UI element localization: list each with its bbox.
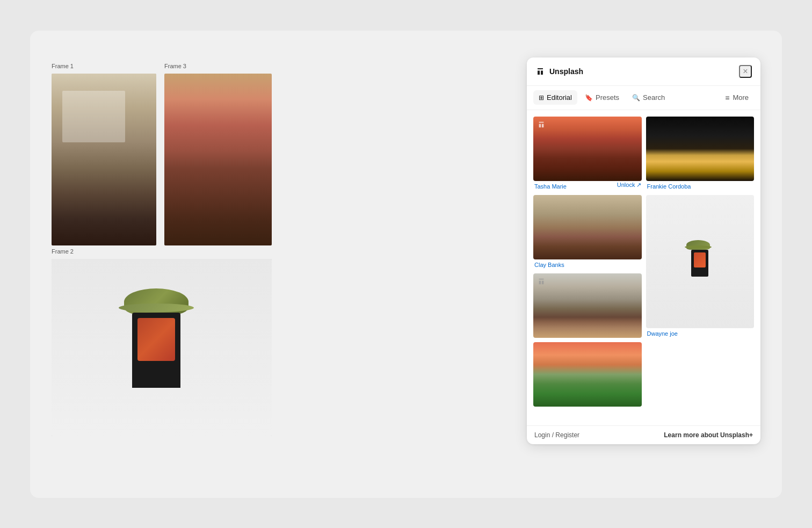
- svg-rect-5: [542, 124, 544, 127]
- frame1-label: Frame 1: [52, 63, 74, 69]
- mini-hat: [686, 240, 710, 250]
- panel-nav: ⊞ Editorial 🔖 Presets 🔍 Search ≡ More: [527, 86, 760, 110]
- frame3-photo: [164, 74, 272, 245]
- footer-learn: Learn more about Unsplash+: [664, 431, 753, 439]
- photo-card-6[interactable]: [533, 342, 642, 407]
- photo-thumb-3[interactable]: [533, 195, 642, 259]
- app-title: Unsplash: [549, 67, 583, 76]
- bookmark-icon: 🔖: [585, 94, 593, 102]
- photo-card-1[interactable]: Tasha Marie Unlock ↗: [533, 117, 642, 191]
- frame2[interactable]: [52, 259, 272, 436]
- thumb-indoor-room: [533, 195, 642, 259]
- search-label: Search: [643, 93, 665, 102]
- close-button[interactable]: ×: [739, 65, 752, 78]
- panel-title: Unsplash: [535, 67, 583, 76]
- body-torso: [132, 313, 180, 388]
- caption-row-1: Tasha Marie Unlock ↗: [533, 181, 642, 190]
- unsplash-logo-icon: [535, 67, 545, 76]
- unsplash-watermark-5: [538, 278, 545, 287]
- photo-thumb-2[interactable]: [646, 117, 755, 181]
- svg-rect-1: [538, 70, 540, 75]
- panel-footer: Login / Register Learn more about Unspla…: [527, 425, 760, 444]
- svg-rect-8: [542, 280, 544, 284]
- brand-label[interactable]: Unsplash+: [720, 431, 753, 439]
- person-silhouette: [124, 288, 199, 407]
- svg-rect-7: [539, 280, 541, 284]
- author-3[interactable]: Clay Banks: [533, 262, 566, 268]
- author-4[interactable]: Dwayne joe: [646, 330, 679, 337]
- thumb-dark-interior: [646, 117, 755, 181]
- more-label: More: [733, 93, 749, 102]
- svg-rect-0: [538, 68, 543, 69]
- search-icon: 🔍: [632, 94, 640, 102]
- editorial-label: Editorial: [547, 93, 572, 102]
- svg-rect-4: [539, 124, 541, 127]
- photo-grid: Tasha Marie Unlock ↗ Frankie Cordoba: [533, 117, 754, 407]
- thumb-mountain-sunset: [533, 117, 642, 181]
- photo-card-2[interactable]: Frankie Cordoba: [646, 117, 755, 191]
- unsplash-panel: Unsplash × ⊞ Editorial 🔖 Presets 🔍 Searc…: [527, 57, 760, 444]
- nav-search[interactable]: 🔍 Search: [627, 90, 670, 105]
- panel-header: Unsplash ×: [527, 57, 760, 86]
- frame2-photo: [52, 259, 272, 436]
- svg-rect-6: [539, 278, 544, 279]
- svg-rect-3: [539, 121, 544, 122]
- frame1-photo: [52, 74, 156, 245]
- photo-card-4[interactable]: Dwayne joe: [646, 195, 755, 338]
- thumb-mountain-rocks: [533, 273, 642, 338]
- mini-body: [691, 250, 708, 277]
- photo-card-3[interactable]: Clay Banks: [533, 195, 642, 269]
- login-register-link[interactable]: Login / Register: [534, 431, 579, 439]
- presets-label: Presets: [596, 93, 619, 102]
- unsplash-watermark-1: [538, 121, 545, 131]
- frame2-label: Frame 2: [52, 248, 74, 255]
- photo-thumb-4[interactable]: [646, 195, 755, 328]
- frame1[interactable]: [52, 74, 156, 245]
- author-2[interactable]: Frankie Cordoba: [646, 183, 692, 190]
- nav-editorial[interactable]: ⊞ Editorial: [533, 90, 577, 105]
- photo-card-5[interactable]: [533, 273, 642, 338]
- mini-person: [686, 240, 713, 283]
- photo-thumb-1[interactable]: [533, 117, 642, 181]
- canvas-area: Frame 1 Frame 3 Frame 2: [52, 63, 505, 466]
- menu-icon: ≡: [725, 93, 730, 102]
- panel-content[interactable]: Tasha Marie Unlock ↗ Frankie Cordoba: [527, 110, 760, 425]
- photo-thumb-6[interactable]: [533, 342, 642, 407]
- app-container: Frame 1 Frame 3 Frame 2: [30, 31, 782, 498]
- editorial-icon: ⊞: [539, 94, 544, 102]
- svg-rect-2: [541, 70, 543, 75]
- photo-thumb-5[interactable]: [533, 273, 642, 338]
- nav-more[interactable]: ≡ More: [720, 90, 754, 105]
- frame3-label: Frame 3: [164, 63, 186, 69]
- nav-presets[interactable]: 🔖 Presets: [579, 90, 625, 105]
- author-1[interactable]: Tasha Marie: [533, 183, 568, 190]
- thumb-city-sunset: [533, 342, 642, 407]
- unlock-btn-1[interactable]: Unlock ↗: [617, 182, 642, 189]
- thumb-person-hat: [646, 195, 755, 328]
- hat: [124, 288, 189, 315]
- frame3[interactable]: [164, 74, 272, 245]
